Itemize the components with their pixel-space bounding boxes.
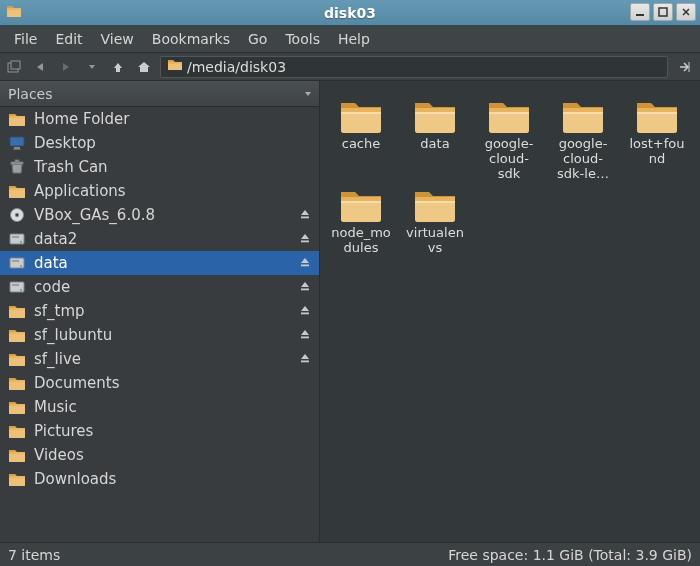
status-item-count: 7 items [8, 547, 60, 563]
sidebar-item-sf-lubuntu[interactable]: sf_lubuntu [0, 323, 319, 347]
sidebar-item-sf-live[interactable]: sf_live [0, 347, 319, 371]
minimize-button[interactable] [630, 3, 650, 21]
sidebar-item-code[interactable]: code [0, 275, 319, 299]
folder-virtualenvs[interactable]: virtualenvs [404, 186, 466, 256]
path-folder-icon [167, 57, 183, 76]
folder-google-cloud-sdk[interactable]: google-cloud-sdk [478, 97, 540, 182]
folder-google-cloud-sdk-le-[interactable]: google-cloud-sdk-le… [552, 97, 614, 182]
menu-help[interactable]: Help [330, 28, 378, 50]
folder-label: google-cloud-sdk-le… [552, 137, 614, 182]
sidebar-item-data[interactable]: data [0, 251, 319, 275]
desktop-icon [8, 135, 26, 151]
eject-icon[interactable] [299, 302, 311, 320]
folder-icon [486, 97, 532, 135]
svg-rect-0 [636, 14, 644, 16]
hdd-icon [8, 279, 26, 295]
sidebar-item-sf-tmp[interactable]: sf_tmp [0, 299, 319, 323]
folder-cache[interactable]: cache [330, 97, 392, 182]
eject-icon[interactable] [299, 206, 311, 224]
path-entry[interactable]: /media/disk03 [160, 56, 668, 78]
hdd-icon [8, 255, 26, 271]
menubar: File Edit View Bookmarks Go Tools Help [0, 26, 700, 53]
folder-icon [8, 447, 26, 463]
trash-icon [8, 159, 26, 175]
sidebar-item-music[interactable]: Music [0, 395, 319, 419]
folder-icon [8, 327, 26, 343]
folder-label: google-cloud-sdk [478, 137, 540, 182]
eject-icon[interactable] [299, 326, 311, 344]
places-header-label: Places [8, 86, 53, 102]
folder-node-modules[interactable]: node_modules [330, 186, 392, 256]
history-dropdown[interactable] [82, 57, 102, 77]
sidebar-item-videos[interactable]: Videos [0, 443, 319, 467]
sidebar-item-label: Music [34, 398, 77, 416]
folder-icon [8, 423, 26, 439]
sidebar-item-trash-can[interactable]: Trash Can [0, 155, 319, 179]
home-button[interactable] [134, 57, 154, 77]
menu-view[interactable]: View [93, 28, 142, 50]
sidebar-item-label: Desktop [34, 134, 96, 152]
eject-icon[interactable] [299, 254, 311, 272]
folder-label: virtualenvs [404, 226, 466, 256]
folder-lost-found[interactable]: lost+found [626, 97, 688, 182]
places-list: Home FolderDesktopTrash CanApplicationsV… [0, 107, 319, 542]
sidebar-item-home-folder[interactable]: Home Folder [0, 107, 319, 131]
sidebar-item-downloads[interactable]: Downloads [0, 467, 319, 491]
path-go-button[interactable] [674, 56, 696, 78]
eject-icon[interactable] [299, 230, 311, 248]
maximize-button[interactable] [653, 3, 673, 21]
sidebar-item-label: sf_lubuntu [34, 326, 112, 344]
folder-view[interactable]: cachedatagoogle-cloud-sdkgoogle-cloud-sd… [320, 81, 700, 542]
disc-icon [8, 207, 26, 223]
menu-edit[interactable]: Edit [47, 28, 90, 50]
back-button[interactable] [30, 57, 50, 77]
sidebar-item-label: VBox_GAs_6.0.8 [34, 206, 155, 224]
folder-label: node_modules [330, 226, 392, 256]
folder-icon [560, 97, 606, 135]
folder-icon [8, 303, 26, 319]
folder-icon [8, 399, 26, 415]
path-text: /media/disk03 [187, 59, 286, 75]
menu-go[interactable]: Go [240, 28, 275, 50]
sidebar-item-label: data [34, 254, 68, 272]
folder-icon [8, 351, 26, 367]
sidebar-item-vbox-gas-6-0-8[interactable]: VBox_GAs_6.0.8 [0, 203, 319, 227]
menu-bookmarks[interactable]: Bookmarks [144, 28, 238, 50]
folder-icon [8, 111, 26, 127]
eject-icon[interactable] [299, 350, 311, 368]
sidebar-item-pictures[interactable]: Pictures [0, 419, 319, 443]
folder-label: data [420, 137, 449, 152]
close-button[interactable] [676, 3, 696, 21]
sidebar-item-label: Trash Can [34, 158, 108, 176]
statusbar: 7 items Free space: 1.1 GiB (Total: 3.9 … [0, 542, 700, 566]
folder-icon [8, 183, 26, 199]
sidebar-item-label: sf_live [34, 350, 81, 368]
titlebar-app-icon [6, 3, 22, 23]
sidebar-item-label: Pictures [34, 422, 93, 440]
sidebar-item-label: data2 [34, 230, 77, 248]
folder-data[interactable]: data [404, 97, 466, 182]
folder-icon [338, 186, 384, 224]
sidebar-item-label: code [34, 278, 70, 296]
menu-tools[interactable]: Tools [277, 28, 328, 50]
sidebar-item-documents[interactable]: Documents [0, 371, 319, 395]
sidebar-item-label: Applications [34, 182, 126, 200]
places-header[interactable]: Places [0, 81, 319, 107]
sidebar-item-desktop[interactable]: Desktop [0, 131, 319, 155]
eject-icon[interactable] [299, 278, 311, 296]
sidebar-item-label: Documents [34, 374, 120, 392]
folder-icon [412, 186, 458, 224]
folder-icon [338, 97, 384, 135]
sidebar-item-applications[interactable]: Applications [0, 179, 319, 203]
folder-icon [8, 375, 26, 391]
status-free-space: Free space: 1.1 GiB (Total: 3.9 GiB) [448, 547, 692, 563]
hdd-icon [8, 231, 26, 247]
menu-file[interactable]: File [6, 28, 45, 50]
up-button[interactable] [108, 57, 128, 77]
svg-rect-3 [11, 61, 20, 69]
sidebar-item-data2[interactable]: data2 [0, 227, 319, 251]
folder-icon [634, 97, 680, 135]
newtab-button[interactable] [4, 57, 24, 77]
sidebar-item-label: Videos [34, 446, 84, 464]
forward-button[interactable] [56, 57, 76, 77]
